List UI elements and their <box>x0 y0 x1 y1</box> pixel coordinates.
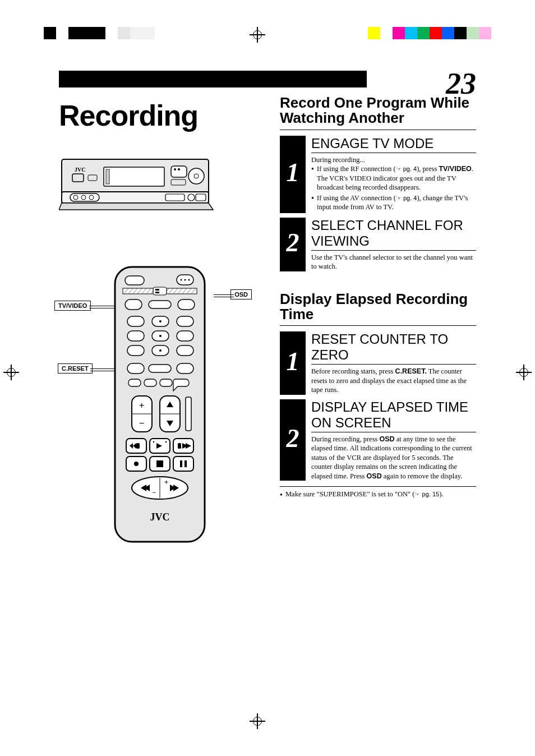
svg-rect-93 <box>180 460 182 467</box>
svg-rect-48 <box>178 299 195 310</box>
svg-point-59 <box>159 335 162 337</box>
svg-rect-16 <box>165 194 185 201</box>
svg-point-86 <box>153 441 155 443</box>
step-bullet: If using the AV connection (☞ pg. 4), ch… <box>311 193 476 212</box>
svg-text:−: − <box>139 418 144 428</box>
svg-rect-65 <box>144 379 156 386</box>
step-title: DISPLAY ELAPSED TIME ON SCREEN <box>311 399 476 432</box>
svg-rect-5 <box>106 169 109 184</box>
step-bullet: If using the RF connection (☞ pg. 4), pr… <box>311 164 476 192</box>
svg-text:JVC: JVC <box>150 511 170 523</box>
svg-rect-44 <box>155 289 159 291</box>
crop-mark-icon <box>250 27 265 43</box>
svg-rect-63 <box>177 363 193 374</box>
vcr-brand-label: JVC <box>75 167 85 173</box>
svg-rect-46 <box>125 299 142 310</box>
step-intro: During recording... <box>311 155 476 165</box>
step-number: 1 <box>280 331 306 395</box>
remote-illustration: TV/VIDEO OSD C.RESET <box>87 265 233 545</box>
svg-rect-90 <box>173 457 193 471</box>
step-title: ENGAGE TV MODE <box>311 136 476 153</box>
step-number: 1 <box>280 136 306 213</box>
step-body-text: Before recording starts, press C.RESET. … <box>311 367 476 395</box>
step-2-display-elapsed: 2 DISPLAY ELAPSED TIME ON SCREEN During … <box>280 399 476 481</box>
step-2-select-channel: 2 SELECT CHANNEL FOR VIEWING Use the TV'… <box>280 218 476 271</box>
svg-point-23 <box>181 279 182 281</box>
svg-rect-45 <box>155 292 159 293</box>
svg-rect-92 <box>156 460 163 467</box>
svg-rect-81 <box>136 443 140 449</box>
svg-rect-55 <box>127 345 144 356</box>
print-registration-top <box>0 27 535 44</box>
svg-rect-54 <box>177 331 193 341</box>
svg-rect-52 <box>127 331 144 341</box>
callout-tv-video: TV/VIDEO <box>54 301 91 311</box>
crop-mark-icon <box>3 365 19 380</box>
svg-rect-4 <box>104 167 164 186</box>
svg-rect-61 <box>127 363 144 374</box>
svg-point-87 <box>165 441 167 443</box>
svg-rect-21 <box>125 276 144 285</box>
svg-rect-18 <box>196 194 206 201</box>
step-body-text: Use the TV's channel selector to set the… <box>311 253 476 271</box>
step-number: 2 <box>280 218 306 271</box>
svg-point-91 <box>134 462 139 466</box>
svg-rect-12 <box>70 193 99 201</box>
svg-rect-64 <box>128 379 141 386</box>
svg-point-9 <box>188 168 204 184</box>
header-rule <box>59 71 367 87</box>
step-body-text: During recording, press OSD at any time … <box>311 435 476 481</box>
svg-point-24 <box>185 279 186 281</box>
svg-rect-51 <box>177 316 193 326</box>
svg-rect-94 <box>185 460 187 467</box>
svg-rect-6 <box>171 166 187 177</box>
section-heading-record-watch: Record One Program While Watching Anothe… <box>280 95 476 126</box>
section-heading-elapsed-time: Display Elapsed Recording Time <box>280 292 476 322</box>
svg-text:+: + <box>139 400 144 410</box>
footnote: Make sure "SUPERIMPOSE" is set to "ON" (… <box>280 490 476 499</box>
step-title: SELECT CHANNEL FOR VIEWING <box>311 218 476 251</box>
step-title: RESET COUNTER TO ZERO <box>311 331 476 365</box>
crop-mark-icon <box>250 713 265 729</box>
step-1-reset-counter: 1 RESET COUNTER TO ZERO Before recording… <box>280 331 476 395</box>
svg-point-8 <box>178 168 180 170</box>
svg-rect-43 <box>153 287 167 295</box>
svg-rect-49 <box>127 316 144 326</box>
vcr-illustration: JVC <box>59 153 216 214</box>
svg-rect-57 <box>177 345 193 356</box>
svg-text:+: + <box>164 478 168 486</box>
svg-rect-47 <box>149 301 171 308</box>
divider <box>280 325 476 326</box>
svg-point-25 <box>188 279 190 281</box>
svg-rect-62 <box>149 365 171 372</box>
svg-point-17 <box>188 194 195 201</box>
svg-text:−: − <box>152 488 156 496</box>
svg-point-60 <box>159 349 162 352</box>
crop-mark-icon <box>516 365 532 380</box>
svg-rect-75 <box>186 397 191 431</box>
divider <box>280 486 476 487</box>
svg-rect-66 <box>160 379 172 386</box>
callout-c-reset: C.RESET <box>58 363 93 374</box>
step-1-engage-tv-mode: 1 ENGAGE TV MODE During recording... If … <box>280 136 476 213</box>
page-title: Recording <box>59 99 261 132</box>
svg-rect-83 <box>178 443 181 449</box>
svg-point-7 <box>174 168 176 170</box>
svg-point-58 <box>159 320 162 322</box>
divider <box>280 130 476 130</box>
step-number: 2 <box>280 399 306 481</box>
